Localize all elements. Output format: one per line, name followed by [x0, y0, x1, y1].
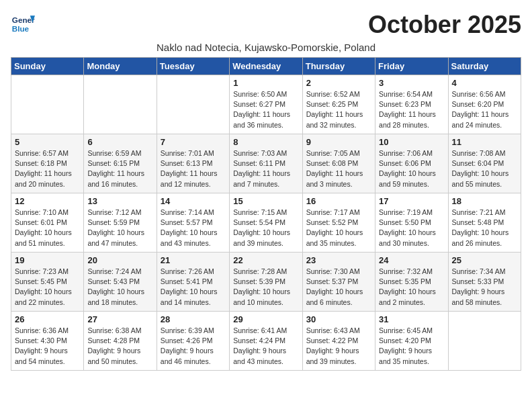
day-info: Sunrise: 6:41 AMSunset: 4:24 PMDaylight:… [233, 326, 298, 367]
calendar-cell: 14Sunrise: 7:14 AMSunset: 5:57 PMDayligh… [157, 193, 229, 253]
day-info: Sunrise: 6:52 AMSunset: 6:25 PMDaylight:… [306, 89, 371, 130]
calendar-cell: 25Sunrise: 7:34 AMSunset: 5:33 PMDayligh… [448, 253, 521, 312]
calendar-cell: 6Sunrise: 6:59 AMSunset: 6:15 PMDaylight… [84, 134, 157, 193]
day-info: Sunrise: 7:19 AMSunset: 5:50 PMDaylight:… [379, 208, 444, 248]
day-number: 27 [87, 314, 152, 324]
calendar-cell: 3Sunrise: 6:54 AMSunset: 6:23 PMDaylight… [375, 75, 448, 134]
day-info: Sunrise: 6:57 AMSunset: 6:18 PMDaylight:… [15, 148, 80, 189]
day-info: Sunrise: 6:56 AMSunset: 6:20 PMDaylight:… [452, 89, 517, 130]
calendar-cell: 23Sunrise: 7:30 AMSunset: 5:37 PMDayligh… [302, 253, 375, 312]
day-number: 15 [233, 196, 298, 206]
calendar-cell: 12Sunrise: 7:10 AMSunset: 6:01 PMDayligh… [11, 193, 84, 253]
day-number: 18 [452, 196, 517, 206]
header-cell-friday: Friday [375, 58, 448, 75]
calendar-cell [11, 75, 84, 134]
day-number: 8 [233, 137, 298, 147]
day-number: 6 [87, 137, 152, 147]
day-number: 10 [379, 137, 444, 147]
header-cell-wednesday: Wednesday [230, 58, 302, 75]
calendar-cell: 27Sunrise: 6:38 AMSunset: 4:28 PMDayligh… [84, 312, 157, 371]
calendar-cell: 1Sunrise: 6:50 AMSunset: 6:27 PMDaylight… [230, 75, 302, 134]
calendar-cell: 8Sunrise: 7:03 AMSunset: 6:11 PMDaylight… [230, 134, 302, 193]
header-cell-thursday: Thursday [302, 58, 375, 75]
header-cell-tuesday: Tuesday [157, 58, 229, 75]
day-info: Sunrise: 7:10 AMSunset: 6:01 PMDaylight:… [15, 208, 80, 248]
header-cell-monday: Monday [84, 58, 157, 75]
day-number: 3 [379, 78, 444, 88]
calendar-cell: 28Sunrise: 6:39 AMSunset: 4:26 PMDayligh… [157, 312, 229, 371]
calendar-cell: 18Sunrise: 7:21 AMSunset: 5:48 PMDayligh… [448, 193, 521, 253]
day-number: 29 [233, 314, 298, 324]
month-title: October 2025 [368, 11, 521, 39]
day-number: 25 [452, 255, 517, 265]
day-info: Sunrise: 6:43 AMSunset: 4:22 PMDaylight:… [306, 326, 371, 367]
day-number: 22 [233, 255, 298, 265]
day-number: 31 [379, 314, 444, 324]
calendar-cell: 9Sunrise: 7:05 AMSunset: 6:08 PMDaylight… [302, 134, 375, 193]
day-number: 21 [161, 255, 226, 265]
logo: General Blue [11, 11, 36, 35]
calendar-week-row: 12Sunrise: 7:10 AMSunset: 6:01 PMDayligh… [11, 193, 521, 253]
day-number: 13 [87, 196, 152, 206]
calendar-cell: 13Sunrise: 7:12 AMSunset: 5:59 PMDayligh… [84, 193, 157, 253]
day-info: Sunrise: 7:26 AMSunset: 5:41 PMDaylight:… [161, 267, 226, 308]
day-number: 24 [379, 255, 444, 265]
calendar-cell: 22Sunrise: 7:28 AMSunset: 5:39 PMDayligh… [230, 253, 302, 312]
logo-icon: General Blue [11, 11, 35, 35]
calendar-header-row: SundayMondayTuesdayWednesdayThursdayFrid… [11, 58, 521, 75]
day-number: 26 [15, 314, 80, 324]
day-number: 12 [15, 196, 80, 206]
calendar-cell: 7Sunrise: 7:01 AMSunset: 6:13 PMDaylight… [157, 134, 229, 193]
day-info: Sunrise: 7:28 AMSunset: 5:39 PMDaylight:… [233, 267, 298, 308]
day-number: 30 [306, 314, 371, 324]
calendar-cell: 20Sunrise: 7:24 AMSunset: 5:43 PMDayligh… [84, 253, 157, 312]
day-info: Sunrise: 6:38 AMSunset: 4:28 PMDaylight:… [87, 326, 152, 367]
day-info: Sunrise: 7:23 AMSunset: 5:45 PMDaylight:… [15, 267, 80, 308]
day-number: 7 [161, 137, 226, 147]
calendar-week-row: 5Sunrise: 6:57 AMSunset: 6:18 PMDaylight… [11, 134, 521, 193]
svg-text:Blue: Blue [12, 24, 30, 33]
day-number: 19 [15, 255, 80, 265]
calendar-cell: 19Sunrise: 7:23 AMSunset: 5:45 PMDayligh… [11, 253, 84, 312]
day-info: Sunrise: 7:12 AMSunset: 5:59 PMDaylight:… [87, 208, 152, 248]
day-number: 4 [452, 78, 517, 88]
day-number: 20 [87, 255, 152, 265]
calendar-cell: 17Sunrise: 7:19 AMSunset: 5:50 PMDayligh… [375, 193, 448, 253]
day-info: Sunrise: 6:54 AMSunset: 6:23 PMDaylight:… [379, 89, 444, 130]
day-info: Sunrise: 7:05 AMSunset: 6:08 PMDaylight:… [306, 148, 371, 189]
day-number: 11 [452, 137, 517, 147]
day-info: Sunrise: 7:24 AMSunset: 5:43 PMDaylight:… [87, 267, 152, 308]
header-cell-sunday: Sunday [11, 58, 84, 75]
calendar-cell: 24Sunrise: 7:32 AMSunset: 5:35 PMDayligh… [375, 253, 448, 312]
day-number: 9 [306, 137, 371, 147]
day-info: Sunrise: 6:45 AMSunset: 4:20 PMDaylight:… [379, 326, 444, 367]
day-info: Sunrise: 7:14 AMSunset: 5:57 PMDaylight:… [161, 208, 226, 248]
calendar-cell: 26Sunrise: 6:36 AMSunset: 4:30 PMDayligh… [11, 312, 84, 371]
calendar-cell: 15Sunrise: 7:15 AMSunset: 5:54 PMDayligh… [230, 193, 302, 253]
calendar-cell: 30Sunrise: 6:43 AMSunset: 4:22 PMDayligh… [302, 312, 375, 371]
calendar-cell: 2Sunrise: 6:52 AMSunset: 6:25 PMDaylight… [302, 75, 375, 134]
calendar-cell: 4Sunrise: 6:56 AMSunset: 6:20 PMDaylight… [448, 75, 521, 134]
calendar-cell: 5Sunrise: 6:57 AMSunset: 6:18 PMDaylight… [11, 134, 84, 193]
calendar-cell: 11Sunrise: 7:08 AMSunset: 6:04 PMDayligh… [448, 134, 521, 193]
calendar-cell: 21Sunrise: 7:26 AMSunset: 5:41 PMDayligh… [157, 253, 229, 312]
day-number: 14 [161, 196, 226, 206]
day-info: Sunrise: 7:17 AMSunset: 5:52 PMDaylight:… [306, 208, 371, 248]
day-number: 23 [306, 255, 371, 265]
day-number: 28 [161, 314, 226, 324]
day-number: 5 [15, 137, 80, 147]
day-info: Sunrise: 7:32 AMSunset: 5:35 PMDaylight:… [379, 267, 444, 308]
calendar-week-row: 26Sunrise: 6:36 AMSunset: 4:30 PMDayligh… [11, 312, 521, 371]
calendar-cell: 10Sunrise: 7:06 AMSunset: 6:06 PMDayligh… [375, 134, 448, 193]
day-number: 17 [379, 196, 444, 206]
day-info: Sunrise: 7:08 AMSunset: 6:04 PMDaylight:… [452, 148, 517, 189]
calendar-cell [157, 75, 229, 134]
calendar-cell: 31Sunrise: 6:45 AMSunset: 4:20 PMDayligh… [375, 312, 448, 371]
calendar-table: SundayMondayTuesdayWednesdayThursdayFrid… [11, 57, 521, 371]
day-info: Sunrise: 6:59 AMSunset: 6:15 PMDaylight:… [87, 148, 152, 189]
calendar-week-row: 19Sunrise: 7:23 AMSunset: 5:45 PMDayligh… [11, 253, 521, 312]
calendar-cell: 29Sunrise: 6:41 AMSunset: 4:24 PMDayligh… [230, 312, 302, 371]
calendar-cell [84, 75, 157, 134]
day-info: Sunrise: 7:30 AMSunset: 5:37 PMDaylight:… [306, 267, 371, 308]
day-number: 1 [233, 78, 298, 88]
